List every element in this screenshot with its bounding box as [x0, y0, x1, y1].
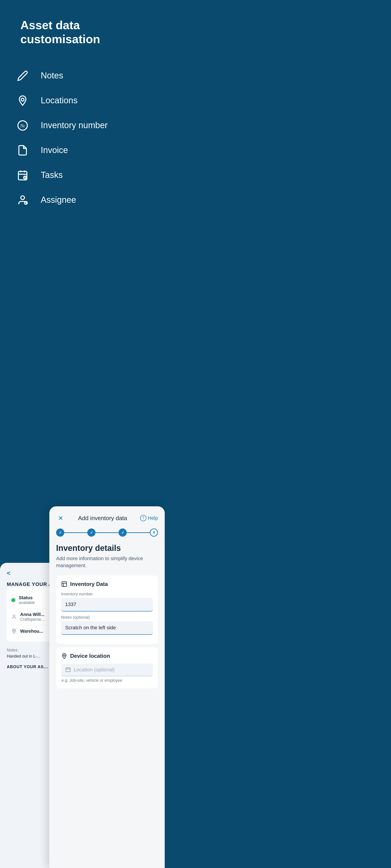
- menu-invoice-label: Invoice: [41, 145, 68, 155]
- back-arrow-icon[interactable]: <: [7, 569, 10, 577]
- svg-point-0: [21, 98, 24, 101]
- modal-card: Add inventory data ? Help ✓ ✓ ✓ 4: [49, 506, 165, 868]
- svg-point-10: [21, 196, 25, 199]
- inventory-block-header: Inventory Data: [61, 581, 153, 587]
- inventory-number-label: Inventory number: [61, 592, 153, 596]
- inventory-data-block: Inventory Data Inventory number Notes (o…: [56, 576, 158, 644]
- number-icon: №: [16, 119, 29, 132]
- help-label: Help: [148, 515, 158, 521]
- notes-optional-label: Notes (optional): [61, 615, 153, 620]
- close-button[interactable]: [56, 514, 65, 523]
- location-placeholder: Location (optional): [74, 667, 115, 673]
- svg-point-21: [63, 655, 65, 656]
- step-line-3: [127, 532, 150, 533]
- notes-optional-field[interactable]: Notes (optional): [61, 615, 153, 635]
- person-name: Anna Will...: [20, 612, 45, 617]
- menu-item-inventory[interactable]: № Inventory number: [16, 114, 149, 137]
- person-role: Craftsperse...: [20, 617, 45, 622]
- menu-list: Notes Locations № Inventory number: [0, 60, 165, 216]
- menu-notes-label: Notes: [41, 71, 63, 81]
- menu-tasks-label: Tasks: [41, 170, 63, 180]
- device-location-block: Device location Location (optional) e.g.…: [56, 647, 158, 688]
- menu-locations-label: Locations: [41, 96, 78, 105]
- progress-stepper: ✓ ✓ ✓ 4: [49, 526, 165, 541]
- pencil-icon: [16, 69, 29, 83]
- location-field[interactable]: Location (optional): [61, 664, 153, 676]
- step-2: ✓: [87, 528, 95, 537]
- modal-section-title: Inventory details: [56, 544, 158, 553]
- step-1: ✓: [56, 528, 64, 537]
- menu-item-assignee[interactable]: Assignee: [16, 189, 149, 211]
- svg-point-14: [13, 615, 15, 617]
- svg-rect-18: [62, 582, 67, 586]
- menu-assignee-label: Assignee: [41, 195, 76, 205]
- device-location-header: Device location: [61, 653, 153, 659]
- help-button[interactable]: ? Help: [140, 515, 158, 521]
- step-3: ✓: [118, 528, 127, 537]
- status-value: available: [19, 600, 35, 605]
- page-header: Asset data customisation: [0, 0, 165, 60]
- modal-section-desc: Add more information to simplify device …: [56, 555, 158, 569]
- modal-body: Inventory details Add more information t…: [49, 541, 165, 868]
- step-3-check: ✓: [121, 530, 124, 535]
- calendar-icon: [16, 168, 29, 182]
- inventory-block-title: Inventory Data: [70, 581, 108, 587]
- device-location-title: Device location: [70, 653, 110, 659]
- step-4-label: 4: [153, 530, 155, 535]
- svg-point-15: [13, 630, 15, 631]
- menu-item-tasks[interactable]: Tasks: [16, 164, 149, 186]
- step-line-1: [64, 532, 87, 533]
- svg-text:№: №: [20, 123, 25, 128]
- step-line-2: [95, 532, 118, 533]
- modal-title: Add inventory data: [78, 515, 127, 522]
- inventory-number-field[interactable]: Inventory number: [61, 592, 153, 612]
- inventory-number-input[interactable]: [61, 598, 153, 612]
- step-1-check: ✓: [59, 530, 62, 535]
- document-icon: [16, 144, 29, 157]
- notes-input[interactable]: [61, 621, 153, 635]
- status-dot: [11, 598, 16, 602]
- bottom-overlay: < MANAGE YOUR A... Status available Anna…: [0, 495, 165, 868]
- modal-header: Add inventory data ? Help: [49, 506, 165, 526]
- menu-item-notes[interactable]: Notes: [16, 64, 149, 87]
- person-icon: [16, 193, 29, 207]
- location-hint: e.g. Job-site, vehicle or employee: [61, 678, 153, 683]
- menu-item-locations[interactable]: Locations: [16, 89, 149, 112]
- step-2-check: ✓: [90, 530, 93, 535]
- status-label: Status: [19, 595, 35, 600]
- page-title: Asset data customisation: [20, 18, 144, 46]
- menu-inventory-label: Inventory number: [41, 121, 108, 130]
- location-icon: [16, 94, 29, 107]
- location-label: Warehou...: [20, 628, 43, 634]
- svg-rect-22: [66, 668, 71, 672]
- menu-item-invoice[interactable]: Invoice: [16, 139, 149, 162]
- step-4: 4: [150, 528, 158, 537]
- help-icon: ?: [140, 515, 146, 521]
